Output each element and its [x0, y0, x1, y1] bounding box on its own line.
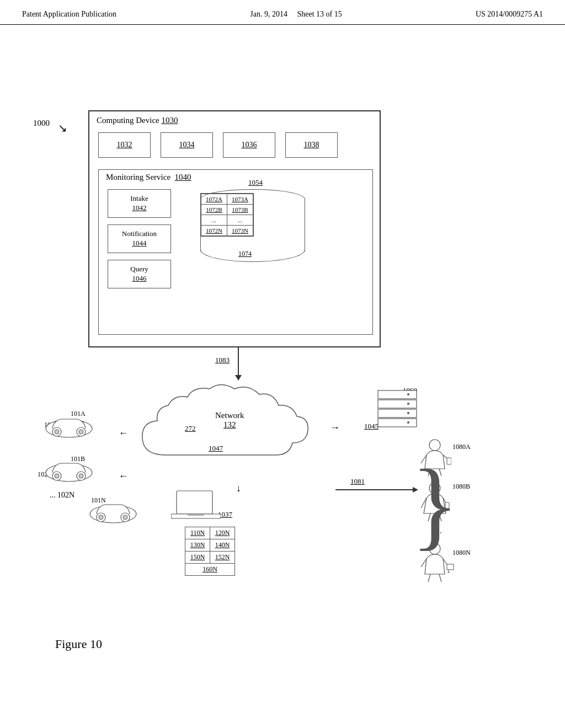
- arrow-to-persons: [335, 487, 418, 493]
- figure-caption: Figure 10: [55, 637, 102, 651]
- monitoring-left-boxes: Intake1042 Notification1044 Query1046: [108, 189, 171, 288]
- component-boxes: 1032 1034 1036 1038: [98, 132, 338, 158]
- page-header: Patent Application Publication Jan. 9, 2…: [0, 0, 565, 25]
- label-1083: 1083: [215, 356, 230, 365]
- svg-rect-25: [188, 514, 204, 516]
- arrow-to-car-102a: →: [119, 427, 129, 439]
- computing-device-label: Computing Device 1030: [97, 116, 178, 125]
- car-101n: [86, 496, 141, 527]
- header-center-date: Jan. 9, 2014 Sheet 13 of 15: [250, 10, 342, 19]
- box-notification: Notification1044: [108, 224, 171, 253]
- connector-arrow: [235, 347, 242, 381]
- car-102a: [41, 411, 97, 441]
- header-right: US 2014/0009275 A1: [476, 10, 543, 19]
- network-cloud: [121, 378, 326, 483]
- svg-point-7: [407, 421, 409, 424]
- svg-point-16: [55, 474, 59, 478]
- laptop-icon: [171, 488, 221, 521]
- box-1038: 1038: [285, 132, 338, 158]
- car-102b: [41, 455, 97, 485]
- arrow-to-server: →: [330, 422, 340, 433]
- db-cylinder-sides: [200, 199, 305, 251]
- diagram-area: 1000 ↘ Computing Device 1030 1032 1034 1…: [0, 25, 565, 58]
- svg-point-21: [99, 515, 103, 520]
- svg-line-36: [439, 574, 441, 582]
- svg-point-4: [407, 393, 409, 395]
- label-1074: 1074: [238, 250, 252, 258]
- label-1081: 1081: [350, 477, 365, 486]
- box-1036: 1036: [223, 132, 275, 158]
- arrow-1000: ↘: [58, 121, 67, 135]
- server-icon: [375, 388, 419, 437]
- svg-point-22: [123, 515, 127, 520]
- header-left: Patent Application Publication: [22, 10, 116, 19]
- svg-point-6: [407, 412, 409, 414]
- svg-rect-2: [378, 409, 417, 417]
- svg-rect-37: [447, 564, 454, 570]
- label-1000: 1000: [33, 119, 50, 128]
- svg-rect-3: [378, 419, 417, 427]
- vehicle-grid: 110N 120N 130N 140N 150N 152N 160N: [185, 527, 301, 576]
- label-ellipsis-cars: ... 102N: [50, 491, 74, 500]
- svg-point-17: [79, 474, 83, 478]
- svg-line-35: [428, 574, 430, 582]
- arrow-to-car-102b: →: [119, 470, 129, 482]
- svg-rect-23: [177, 491, 212, 514]
- svg-point-11: [55, 430, 59, 434]
- svg-rect-1: [378, 400, 417, 408]
- svg-point-5: [407, 403, 409, 405]
- label-272: 272: [185, 424, 196, 433]
- label-1047: 1047: [209, 444, 223, 453]
- brace-persons: }: [411, 455, 459, 554]
- box-query: Query1046: [108, 260, 171, 288]
- network-label: Network 132: [215, 411, 244, 430]
- monitoring-service-label: Monitoring Service 1040: [106, 173, 191, 182]
- box-intake: Intake1042: [108, 189, 171, 218]
- svg-point-12: [79, 430, 83, 434]
- label-1054: 1054: [248, 178, 263, 187]
- arrow-to-vehicle: ↓: [236, 483, 241, 494]
- box-1032: 1032: [98, 132, 151, 158]
- svg-rect-0: [378, 390, 417, 399]
- box-1034: 1034: [161, 132, 213, 158]
- svg-point-26: [429, 440, 440, 451]
